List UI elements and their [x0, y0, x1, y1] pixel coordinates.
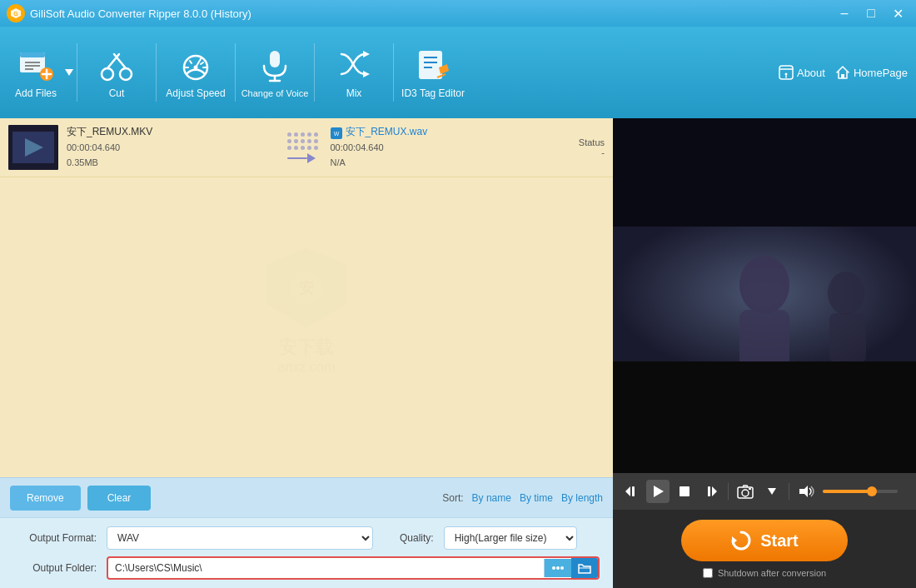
- output-file-name: 安下_REMUX.wav: [346, 125, 428, 139]
- skip-forward-button[interactable]: [699, 480, 723, 503]
- id3-tag-editor-label: ID3 Tag Editor: [401, 87, 465, 99]
- clear-button[interactable]: Clear: [87, 486, 152, 511]
- file-list: 安下_REMUX.MKV 00:00:04.640 0.35MB: [0, 118, 613, 477]
- svg-marker-10: [65, 69, 73, 76]
- sort-area: Sort: By name By time By length: [442, 492, 603, 504]
- homepage-label: HomePage: [854, 67, 908, 79]
- close-button[interactable]: ✕: [886, 4, 909, 22]
- screenshot-button[interactable]: [734, 480, 757, 503]
- output-file-extra: N/A: [331, 156, 539, 171]
- svg-rect-3: [20, 52, 45, 57]
- svg-marker-26: [363, 71, 370, 77]
- cut-label: Cut: [109, 87, 125, 99]
- toolbar-divider-5: [393, 43, 394, 102]
- adjust-speed-label: Adjust Speed: [166, 87, 225, 99]
- app-logo: G: [7, 4, 25, 22]
- input-file-info: 安下_REMUX.MKV 00:00:04.640 0.35MB: [67, 125, 275, 170]
- add-files-button[interactable]: Add Files: [8, 39, 63, 106]
- svg-rect-36: [841, 74, 844, 78]
- folder-path-input[interactable]: [108, 558, 544, 578]
- svg-point-47: [560, 566, 564, 570]
- svg-point-12: [120, 68, 132, 80]
- file-status: Status -: [538, 137, 605, 157]
- toolbar-divider-3: [235, 43, 236, 102]
- folder-row: Output Folder:: [13, 556, 600, 580]
- start-button[interactable]: Start: [681, 520, 848, 561]
- output-format-select[interactable]: WAV MP3 AAC FLAC OGG: [107, 526, 373, 550]
- svg-point-45: [552, 566, 555, 570]
- svg-marker-25: [363, 51, 370, 57]
- toolbar-divider-1: [77, 43, 77, 102]
- toolbar-add-files[interactable]: Add Files: [8, 35, 75, 110]
- toolbar-adjust-speed[interactable]: Adjust Speed: [158, 35, 233, 110]
- maximize-button[interactable]: □: [859, 4, 883, 22]
- svg-rect-50: [613, 118, 916, 227]
- svg-point-34: [784, 73, 787, 76]
- folder-input-wrap: [107, 556, 600, 580]
- title-left: G GiliSoft Audio Converter Ripper 8.0.0 …: [7, 4, 251, 22]
- skip-back-button[interactable]: [620, 480, 643, 503]
- svg-marker-70: [799, 486, 808, 497]
- stop-button[interactable]: [673, 480, 696, 503]
- svg-line-19: [201, 62, 203, 64]
- sort-by-time[interactable]: By time: [520, 492, 553, 504]
- svg-point-21: [194, 65, 198, 69]
- adjust-speed-icon: [177, 46, 215, 84]
- toolbar-cut[interactable]: Cut: [79, 35, 154, 110]
- svg-rect-55: [829, 313, 866, 361]
- change-of-voice-icon: [256, 46, 294, 84]
- player-separator-1: [728, 483, 729, 500]
- svg-marker-64: [712, 486, 717, 496]
- remove-button[interactable]: Remove: [10, 486, 81, 511]
- toolbar-id3-tag-editor[interactable]: ID3 Tag Editor: [396, 35, 470, 110]
- player-controls: [613, 473, 916, 510]
- toolbar-change-of-voice[interactable]: Change of Voice: [237, 35, 312, 110]
- volume-thumb[interactable]: [867, 486, 877, 496]
- watermark: 安 安下载 anxz.com: [265, 247, 348, 375]
- preview-top: [613, 118, 916, 227]
- quality-select[interactable]: High(Larger file size) Medium Low: [444, 526, 577, 550]
- add-files-dropdown-arrow[interactable]: [63, 35, 75, 110]
- status-label: Status: [538, 137, 605, 147]
- watermark-domain: anxz.com: [278, 360, 335, 375]
- shutdown-check-row: Shutdown after conversion: [703, 568, 826, 578]
- shutdown-checkbox[interactable]: [703, 568, 713, 578]
- about-button[interactable]: About: [779, 65, 825, 80]
- sort-label: Sort:: [442, 492, 463, 504]
- svg-rect-68: [749, 488, 751, 490]
- add-files-label: Add Files: [15, 87, 57, 99]
- minimize-button[interactable]: –: [833, 4, 856, 22]
- volume-button[interactable]: [794, 480, 818, 503]
- toolbar-mix[interactable]: Mix: [316, 35, 391, 110]
- svg-point-54: [828, 272, 864, 315]
- folder-browse-button[interactable]: [544, 559, 571, 577]
- svg-line-13: [107, 54, 119, 68]
- folder-open-button[interactable]: [571, 558, 598, 578]
- window-controls: – □ ✕: [833, 4, 909, 22]
- quality-label: Quality:: [400, 532, 434, 544]
- change-of-voice-label: Change of Voice: [241, 87, 309, 99]
- table-row[interactable]: 安下_REMUX.MKV 00:00:04.640 0.35MB: [0, 118, 613, 177]
- volume-track[interactable]: [823, 490, 898, 493]
- play-button[interactable]: [646, 480, 670, 503]
- output-folder-label: Output Folder:: [13, 562, 97, 574]
- about-label: About: [797, 67, 825, 79]
- watermark-text: 安下载: [279, 335, 334, 360]
- output-format-label: Output Format:: [13, 532, 97, 544]
- sort-by-name[interactable]: By name: [472, 492, 511, 504]
- output-file-info: W 安下_REMUX.wav 00:00:04.640 N/A: [331, 125, 539, 170]
- svg-marker-60: [625, 486, 630, 496]
- left-panel: 安下_REMUX.MKV 00:00:04.640 0.35MB: [0, 118, 613, 588]
- bottom-bar: Remove Clear Sort: By name By time By le…: [0, 477, 613, 517]
- homepage-button[interactable]: HomePage: [835, 65, 908, 80]
- sort-by-length[interactable]: By length: [561, 492, 603, 504]
- watermark-area: 安 安下载 anxz.com: [0, 177, 613, 444]
- input-file-duration: 00:00:04.640: [67, 141, 275, 156]
- cut-icon: [97, 46, 136, 84]
- toolbar: Add Files Cut: [0, 27, 916, 118]
- svg-point-52: [739, 256, 789, 314]
- id3-tag-editor-icon: [414, 46, 452, 84]
- start-area: Start Shutdown after conversion: [613, 510, 916, 588]
- svg-rect-61: [632, 486, 635, 496]
- screenshot-dropdown-button[interactable]: [760, 480, 784, 503]
